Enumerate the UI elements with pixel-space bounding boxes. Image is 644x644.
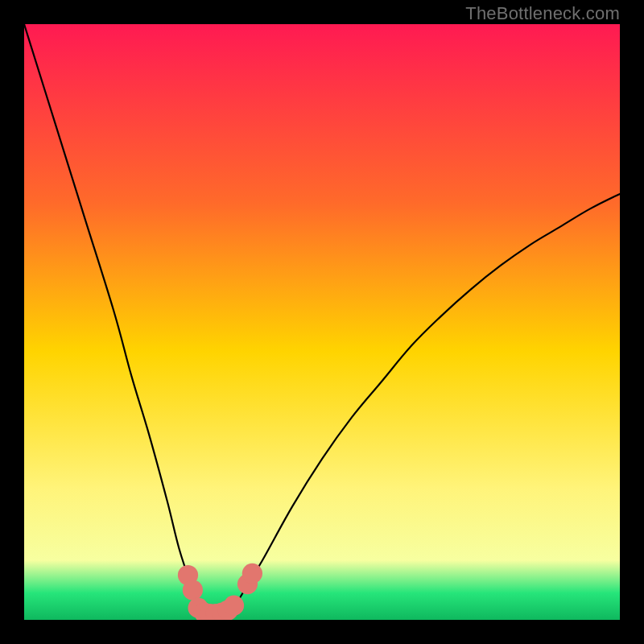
marker-group bbox=[178, 564, 262, 620]
bottleneck-curve bbox=[24, 24, 620, 620]
marker-dot bbox=[183, 580, 203, 600]
chart-frame: TheBottleneck.com bbox=[0, 0, 644, 644]
plot-area bbox=[24, 24, 620, 620]
marker-dot bbox=[242, 564, 262, 584]
watermark-text: TheBottleneck.com bbox=[465, 3, 620, 24]
marker-dot bbox=[224, 596, 244, 616]
